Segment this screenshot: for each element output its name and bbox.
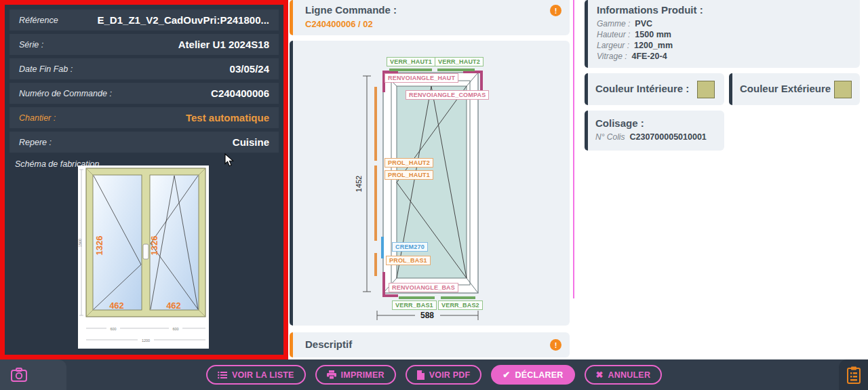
card-accent-bar <box>729 73 732 105</box>
descriptif-card[interactable]: Descriptif ! <box>290 332 570 357</box>
window-schema-svg: 1500 1326 132 <box>78 165 209 349</box>
row-label: Repere : <box>19 138 52 147</box>
check-icon: ✔ <box>502 370 510 379</box>
row-label: Hauteur : <box>597 30 630 39</box>
printer-icon <box>327 370 336 379</box>
clipboard-icon <box>846 366 861 384</box>
annuler-button[interactable]: ✖ ANNULER <box>585 365 663 385</box>
clipboard-button[interactable] <box>839 359 868 390</box>
camera-icon <box>10 367 28 383</box>
row-value: 1200_mm <box>634 41 673 50</box>
part-label-crem270: CREM270 <box>392 242 428 252</box>
row-chantier: Chantier : Test automatique <box>9 107 279 128</box>
verr-bas2-bar <box>441 296 475 299</box>
part-label-prol-haut2: PROL_HAUT2 <box>384 158 433 168</box>
cursor-icon <box>224 153 234 167</box>
part-label-verr-bas2: VERR_BAS2 <box>438 300 483 310</box>
alert-icon[interactable]: ! <box>550 339 561 351</box>
row-reference: Référence E_D1_Z1_V2_CadOuvPri:P241800..… <box>9 9 279 31</box>
schema-total-width: 1200 <box>142 338 150 343</box>
part-label-prol-bas1: PROL_BAS1 <box>386 256 431 265</box>
schema-sash-width-left: 462 <box>109 300 124 311</box>
row-hauteur: Hauteur : 1500 mm <box>597 30 673 41</box>
row-label: Largeur : <box>597 41 629 50</box>
couleur-exterieure-card: Couleur Extérieure : <box>729 73 860 105</box>
profile-bar-milieu <box>374 165 377 241</box>
row-value: E_D1_Z1_V2_CadOuvPri:P241800... <box>98 14 269 26</box>
row-label: Référence <box>19 16 58 25</box>
couleur-exterieure-title: Couleur Extérieure : <box>740 83 837 94</box>
row-repere: Repere : Cuisine <box>9 132 279 153</box>
row-value: 03/05/24 <box>230 63 269 75</box>
list-icon <box>218 371 227 379</box>
ligne-commande-title: Ligne Commande : <box>305 4 397 16</box>
reference-panel: Référence E_D1_Z1_V2_CadOuvPri:P241800..… <box>0 0 288 359</box>
row-value: PVC <box>635 19 652 28</box>
drawing-height-dim: 1452 <box>355 176 363 192</box>
profile-bar-haut <box>374 87 377 161</box>
button-label: IMPRIMER <box>341 370 384 380</box>
column-divider <box>573 0 574 298</box>
row-label: Gamme : <box>597 19 630 28</box>
card-accent-bar <box>585 111 588 151</box>
crem-bar <box>381 237 384 258</box>
row-value: 1500 mm <box>635 30 671 39</box>
part-label-verr-haut2: VERR_HAUT2 <box>435 57 484 66</box>
part-label-renvoiangle-compas: RENVOIANGLE_COMPAS <box>406 90 489 100</box>
row-date-fin-fab: Date Fin Fab : 03/05/24 <box>9 58 279 79</box>
alert-icon[interactable]: ! <box>550 5 561 16</box>
colis-number: C230700005010001 <box>629 132 706 142</box>
fabrication-schema-image: 1500 1326 132 <box>78 165 209 349</box>
colisage-card: Colisage : N° Colis C230700005010001 <box>585 111 724 151</box>
interior-color-swatch <box>697 81 715 98</box>
schema-pane-width-right: 600 <box>172 327 178 331</box>
row-vitrage: Vitrage : 4FE-20-4 <box>597 52 673 62</box>
descriptif-title: Descriptif <box>305 338 352 350</box>
voir-pdf-button[interactable]: VOIR PDF <box>406 365 482 385</box>
part-label-verr-bas1: VERR_BAS1 <box>392 300 437 310</box>
informations-produit-title: Informations Produit : <box>597 4 703 16</box>
exterior-color-swatch <box>834 81 852 98</box>
voir-la-liste-button[interactable]: VOIR LA LISTE <box>206 365 306 385</box>
schema-sash-height-left: 1326 <box>94 236 104 256</box>
colis-row: N° Colis C230700005010001 <box>595 132 707 142</box>
row-value: Test automatique <box>186 112 269 123</box>
product-info-rows: Gamme : PVC Hauteur : 1500 mm Largeur : … <box>597 19 673 62</box>
row-label: Vitrage : <box>597 52 627 61</box>
profile-bar-bas <box>374 253 377 276</box>
row-label: Série : <box>19 40 43 50</box>
colis-label: N° Colis <box>595 132 625 142</box>
verr-haut2-bar <box>437 69 475 71</box>
card-accent-bar <box>585 0 588 68</box>
part-label-verr-haut1: VERR_HAUT1 <box>387 57 435 66</box>
part-label-renvoiangle-bas: RENVOIANGLE_BAS <box>389 283 458 292</box>
couleur-interieure-title: Couleur Intérieure : <box>595 83 689 94</box>
window-handle <box>143 244 149 259</box>
row-value: Atelier U1 2024S18 <box>178 39 269 50</box>
verr-bas1-bar <box>399 296 435 299</box>
button-label: ANNULER <box>608 370 651 380</box>
row-serie: Série : Atelier U1 2024S18 <box>9 34 279 55</box>
camera-button[interactable] <box>0 359 66 390</box>
schema-sash-width-right: 462 <box>166 300 181 311</box>
card-accent-bar <box>290 0 293 35</box>
row-gamme: Gamme : PVC <box>597 19 673 30</box>
schema-total-height: 1500 <box>78 239 82 247</box>
couleur-interieure-card: Couleur Intérieure : <box>585 73 724 105</box>
row-label: Numéro de Commande : <box>19 89 112 98</box>
row-value: Cuisine <box>233 136 269 148</box>
row-numero-commande: Numéro de Commande : C240400006 <box>9 83 279 104</box>
x-icon: ✖ <box>596 370 604 379</box>
imprimer-button[interactable]: IMPRIMER <box>315 365 396 385</box>
verr-haut1-bar <box>389 69 432 71</box>
colisage-title: Colisage : <box>595 117 644 129</box>
fabrication-declaration-screen: Référence E_D1_Z1_V2_CadOuvPri:P241800..… <box>0 0 868 390</box>
card-accent-bar <box>585 73 588 105</box>
row-value: 4FE-20-4 <box>631 52 667 61</box>
row-largeur: Largeur : 1200_mm <box>597 41 673 52</box>
button-label: VOIR LA LISTE <box>232 370 294 380</box>
declarer-button[interactable]: ✔ DÉCLARER <box>491 365 574 385</box>
button-label: DÉCLARER <box>515 370 563 380</box>
informations-produit-card: Informations Produit : Gamme : PVC Haute… <box>585 0 860 68</box>
row-label: Chantier : <box>19 113 56 123</box>
